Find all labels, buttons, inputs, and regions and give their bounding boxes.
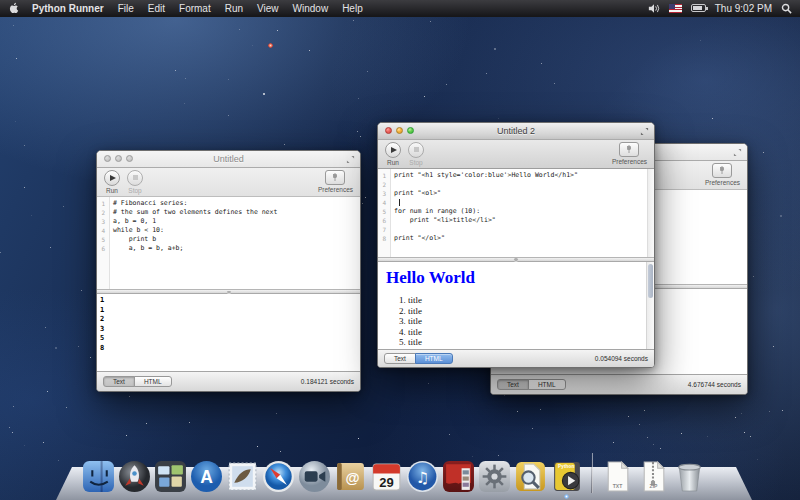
dock-item-safari[interactable] xyxy=(262,460,295,493)
dock-item-launchpad[interactable] xyxy=(118,460,151,493)
fullscreen-icon[interactable] xyxy=(640,127,649,136)
battery-icon[interactable] xyxy=(691,4,706,12)
output-line: 5 xyxy=(97,334,360,344)
tab-text[interactable]: Text xyxy=(384,353,416,364)
code-editor[interactable]: 1print "<h1 style='color:blue'>Hello Wor… xyxy=(378,169,654,257)
dock-item-python-runner[interactable]: Python xyxy=(550,460,583,493)
tab-html[interactable]: HTML xyxy=(415,353,453,364)
menu-format[interactable]: Format xyxy=(179,3,211,14)
calendar-day: 29 xyxy=(370,475,403,490)
menu-file[interactable]: File xyxy=(118,3,134,14)
dock-item-zip-archive[interactable]: ZIP xyxy=(637,460,670,493)
code-text: for num in range (10): xyxy=(389,207,480,216)
output-area[interactable]: 1 1 2 3 5 8 xyxy=(97,294,360,371)
line-number: 2 xyxy=(97,208,108,217)
bottom-bar: Text HTML 0.184121 seconds xyxy=(97,371,360,391)
dock-item-finder[interactable] xyxy=(82,460,115,493)
svg-text:@: @ xyxy=(346,470,360,486)
splitter-dimple xyxy=(514,258,518,261)
scrollbar[interactable] xyxy=(647,169,654,257)
close-button[interactable] xyxy=(385,127,392,134)
facetime-camera-icon xyxy=(298,460,331,493)
dock-item-itunes[interactable]: ♫ xyxy=(406,460,439,493)
menu-app-name[interactable]: Python Runner xyxy=(32,3,104,14)
output-line: 1 xyxy=(97,306,360,316)
scrollbar[interactable] xyxy=(646,262,654,349)
address-book-icon: @ xyxy=(334,460,367,493)
execution-time: 4.676744 seconds xyxy=(688,381,741,388)
zoom-button[interactable] xyxy=(126,155,133,162)
tab-text[interactable]: Text xyxy=(497,379,529,390)
list-item: title xyxy=(408,295,654,306)
fullscreen-icon[interactable] xyxy=(733,148,742,157)
trash-icon xyxy=(673,460,706,493)
execution-time: 0.054094 seconds xyxy=(595,355,648,362)
titlebar[interactable]: Untitled 2 xyxy=(378,123,654,140)
dock-item-facetime[interactable] xyxy=(298,460,331,493)
output-mode-control: Text HTML xyxy=(497,379,566,390)
dock-item-mail[interactable] xyxy=(226,460,259,493)
stop-button[interactable] xyxy=(408,142,424,158)
run-label: Run xyxy=(106,187,118,194)
dock-item-document-search[interactable] xyxy=(514,460,547,493)
dock-item-app-store[interactable]: A xyxy=(190,460,223,493)
minimize-button[interactable] xyxy=(396,127,403,134)
preferences-icon xyxy=(625,144,633,154)
bottom-bar: Text HTML 0.054094 seconds xyxy=(378,349,654,367)
menu-view[interactable]: View xyxy=(257,3,279,14)
text-cursor xyxy=(399,199,400,206)
finder-icon xyxy=(82,460,115,493)
preferences-button[interactable] xyxy=(712,163,732,178)
line-number: 4 xyxy=(97,226,108,235)
dock-item-mission-control[interactable] xyxy=(154,460,187,493)
preferences-button[interactable] xyxy=(619,142,639,157)
line-number: 4 xyxy=(378,198,389,207)
line-number: 1 xyxy=(378,171,389,180)
window-untitled[interactable]: Untitled Run Stop Preferences 1# Fibonac… xyxy=(96,150,361,392)
play-icon xyxy=(391,147,397,153)
tab-text[interactable]: Text xyxy=(103,376,135,387)
volume-icon[interactable] xyxy=(648,3,660,14)
output-line: 1 xyxy=(97,294,360,306)
apple-menu-icon[interactable] xyxy=(8,2,20,14)
dock-item-trash[interactable] xyxy=(673,460,706,493)
close-button[interactable] xyxy=(104,155,111,162)
run-button[interactable] xyxy=(104,170,120,186)
running-indicator xyxy=(564,494,569,499)
code-text xyxy=(389,198,394,207)
zoom-button[interactable] xyxy=(407,127,414,134)
output-heading: Hello World xyxy=(386,268,654,288)
menu-help[interactable]: Help xyxy=(342,3,363,14)
menu-bar: Python Runner File Edit Format Run View … xyxy=(0,0,800,17)
code-editor[interactable]: 1# Fibonacci series: 2# the sum of two e… xyxy=(97,197,360,289)
menu-window[interactable]: Window xyxy=(293,3,329,14)
dock-item-txt-document[interactable]: TXT xyxy=(601,460,634,493)
fullscreen-icon[interactable] xyxy=(346,155,355,164)
input-source-flag-icon[interactable] xyxy=(669,4,682,13)
code-text: # the sum of two elements defines the ne… xyxy=(108,208,277,217)
tab-html[interactable]: HTML xyxy=(134,376,172,387)
menu-clock[interactable]: Thu 9:02 PM xyxy=(715,3,772,14)
toolbar: Run Stop Preferences xyxy=(97,168,360,198)
menu-edit[interactable]: Edit xyxy=(148,3,165,14)
svg-text:♫: ♫ xyxy=(416,469,430,487)
scrollbar-thumb[interactable] xyxy=(648,264,653,298)
output-mode-control: Text HTML xyxy=(384,353,453,364)
spotlight-icon[interactable] xyxy=(781,3,792,14)
menu-run[interactable]: Run xyxy=(225,3,243,14)
dock-item-system-preferences[interactable] xyxy=(478,460,511,493)
window-untitled-2[interactable]: Untitled 2 Run Stop Preferences 1print "… xyxy=(377,122,655,368)
preferences-label: Preferences xyxy=(612,158,647,165)
line-number: 3 xyxy=(97,217,108,226)
minimize-button[interactable] xyxy=(115,155,122,162)
stop-button[interactable] xyxy=(127,170,143,186)
titlebar[interactable]: Untitled xyxy=(97,151,360,168)
preferences-button[interactable] xyxy=(325,170,345,185)
tab-html[interactable]: HTML xyxy=(528,379,566,390)
gear-icon xyxy=(478,460,511,493)
dock-item-address-book[interactable]: @ xyxy=(334,460,367,493)
dock-item-ical[interactable]: 29 xyxy=(370,460,403,493)
run-button[interactable] xyxy=(385,142,401,158)
output-area[interactable]: Hello World title title title title titl… xyxy=(378,262,654,349)
dock-item-photo-booth[interactable] xyxy=(442,460,475,493)
